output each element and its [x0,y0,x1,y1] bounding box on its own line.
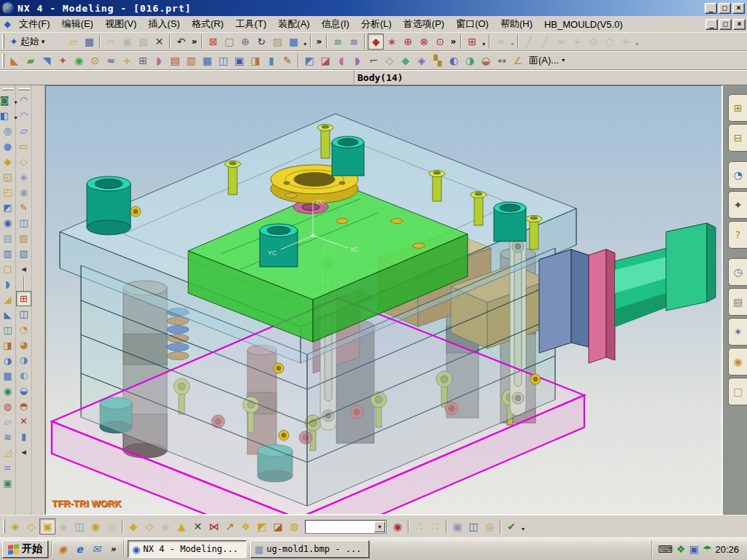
layer-visibility-icon[interactable]: ≡ [346,34,362,50]
view-section-icon[interactable]: ◫ [16,306,31,322]
trim-body-icon[interactable]: ◫ [0,322,15,338]
toolbar-grip[interactable] [18,88,30,90]
mdi-minimize-button[interactable]: _ [705,19,718,30]
component-preview-icon[interactable]: ◉ [88,518,104,534]
cut-icon[interactable]: ✂ [103,34,119,50]
mate-component-icon[interactable]: ✕ [190,518,206,534]
quick-launch-chevron-icon[interactable]: » [106,542,120,556]
task-bmp-viewer[interactable]: ▦ug-mold1.bmp - ... [250,540,369,558]
curve-tools-icon[interactable]: ≈ [492,34,508,50]
menu-item[interactable]: 信息(I) [316,16,355,32]
task-nx[interactable]: ◉NX 4 - Modeling... [128,540,247,558]
menu-item[interactable]: 插入(S) [142,16,185,32]
toolbar-grip[interactable] [2,88,14,90]
rising-umbrella-icon[interactable]: ☂ [703,543,712,555]
mold-tools-icon[interactable]: ⊞ [135,52,151,69]
spline-icon[interactable]: ≈ [553,34,569,50]
system-tools-tab[interactable]: ✶ [728,318,747,346]
parting-surface-icon[interactable]: ◗ [151,52,167,69]
parting-point-icon[interactable]: + [119,52,135,69]
dock-scroll-up-icon[interactable]: ◂ [16,261,31,276]
workpiece-icon[interactable]: ◉ [71,52,87,69]
art-surface-icon[interactable]: ✎ [16,200,31,215]
delete-face-icon[interactable]: ◓ [16,398,31,413]
cavity-layout-icon[interactable]: ⊙ [87,52,103,69]
new-file-icon[interactable]: ▯ [49,34,65,50]
component-constraints-icon[interactable]: ◇ [23,518,39,534]
offset-face-icon[interactable]: ≍ [0,460,15,475]
assembly-navigator-tab[interactable]: ⊞ [728,94,747,122]
close-button[interactable]: × [732,3,745,14]
boss-icon[interactable]: ◆ [0,154,15,169]
save-icon[interactable]: ▦ [81,34,97,50]
face-analysis-button[interactable]: 面(A)... [526,54,568,67]
extract-regions-icon[interactable]: ▥ [183,52,199,69]
menu-item[interactable]: 编辑(E) [56,16,99,32]
zoom-box-icon[interactable]: ▢ [221,34,237,50]
curve-mesh-icon[interactable]: ◇ [16,154,31,169]
through-curves-icon[interactable]: ◠ [16,93,31,108]
chamfer-icon[interactable]: ◢ [0,292,15,307]
mold-drawing-icon[interactable]: ◐ [446,52,462,69]
dimension-icon[interactable]: ↔ [494,52,510,69]
parting-curve-icon[interactable]: ≈ [103,52,119,69]
mdi-restore-button[interactable]: □ [719,19,732,30]
pad-icon[interactable]: ◰ [0,184,15,200]
split-body-icon[interactable]: ◨ [0,338,15,353]
patch-body-icon[interactable]: ▨ [16,230,31,246]
resize-face-icon[interactable]: ◒ [16,383,31,398]
plus-icon[interactable]: + [617,34,633,50]
overflow-chevron-icon[interactable]: » [189,34,199,50]
gate-icon[interactable]: ◗ [349,52,365,69]
menu-item[interactable]: 窗口(O) [450,16,495,32]
ruled-surface-icon[interactable]: ▱ [16,123,31,139]
snap-control-point-icon[interactable]: ⊕ [400,34,416,50]
trim-mold-component-icon[interactable]: ◆ [398,52,414,69]
point-icon[interactable]: + [569,34,585,50]
roles-tab[interactable]: ✦ [728,191,747,219]
ellipse-icon[interactable]: ○ [601,34,617,50]
create-parting-icon[interactable]: ▦ [199,52,215,69]
move-component-icon[interactable]: ▲ [174,518,190,534]
dock-scroll-down-icon[interactable]: ◂ [16,444,31,459]
scale-body-icon[interactable]: ◿ [0,445,15,460]
select-components-icon[interactable]: ∴ [411,518,427,534]
model-canvas[interactable]: ZC XC YC TFR-TRI WORK TFR-TRI WORK [46,86,721,514]
delete-icon[interactable]: ✕ [151,34,167,50]
thicken-icon[interactable]: ▧ [16,246,31,261]
substitute-component-icon[interactable]: ◩ [254,518,270,534]
start-button[interactable]: 开始 [2,540,48,558]
menu-item[interactable]: HB_MOULD(V5.0) [538,16,629,32]
palettes-tab[interactable]: ▤ [728,288,747,316]
fit-view-icon[interactable]: ⊠ [205,34,221,50]
outlook-express-icon[interactable]: ✉ [89,542,104,556]
subtract-icon[interactable]: ◍ [0,399,15,414]
zoom-in-out-icon[interactable]: ⊕ [237,34,253,50]
menu-item[interactable]: 文件(F) [13,16,56,32]
revolve-icon[interactable]: ◎ [0,123,15,139]
combo-dropdown-icon[interactable]: ▾ [374,521,385,532]
component-sequence-icon[interactable]: ∷ [427,518,444,534]
initialize-mold-project-icon[interactable]: ◣ [7,52,23,69]
menu-item[interactable]: 格式(R) [186,16,230,32]
open-icon[interactable]: ▱ [65,34,81,50]
find-component-icon[interactable]: ◉ [390,518,406,534]
shell-icon[interactable]: ▢ [0,261,15,276]
mold-csys-icon[interactable]: ◥ [39,52,55,69]
snapshot-icon[interactable]: ⊞ [16,291,31,306]
graphics-window[interactable]: ZC XC YC TFR-TRI WORK TFR-TRI WORK [45,85,722,515]
rotate-view-icon[interactable]: ↻ [253,34,269,50]
ejector-pin-icon[interactable]: ✎ [279,52,295,69]
design-insert-icon[interactable]: ▮ [263,52,279,69]
n-sided-surface-icon[interactable]: ◉ [16,184,31,200]
menu-item[interactable]: 装配(A) [272,16,315,32]
move-face-icon[interactable]: ◕ [16,337,31,352]
sphere-icon[interactable]: ● [0,139,15,154]
arc-icon[interactable]: ╱ [537,34,553,50]
clearance-browser-icon[interactable]: ◫ [465,518,481,534]
toolbar-grip[interactable] [2,53,4,68]
paste-icon[interactable]: ▩ [135,34,151,50]
menu-item[interactable]: 视图(V) [99,16,142,32]
work-part-icon[interactable]: ▣ [39,518,55,534]
display-settings-icon[interactable]: ▣ [689,543,699,555]
